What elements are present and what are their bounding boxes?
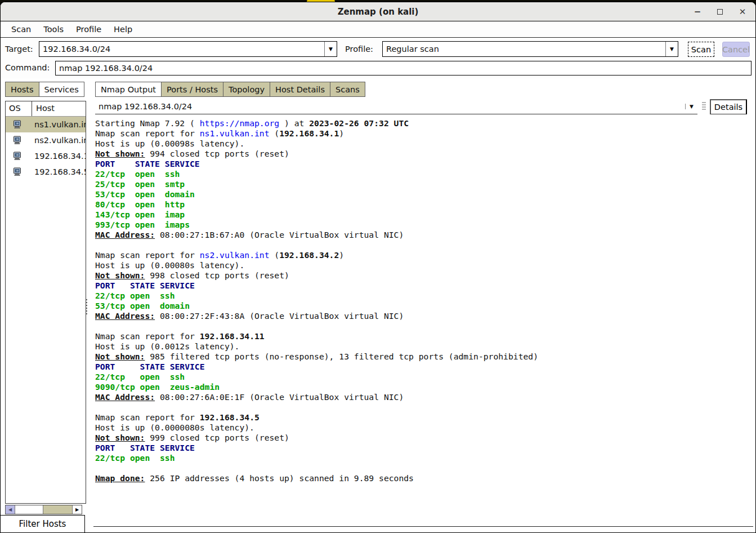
maximize-icon[interactable] bbox=[713, 5, 727, 19]
target-input[interactable]: 192.168.34.0/24 bbox=[39, 45, 324, 54]
profile-combo[interactable]: Regular scan ▼ bbox=[382, 41, 678, 57]
command-label: Command: bbox=[5, 63, 50, 72]
command-input[interactable]: nmap 192.168.34.0/24 bbox=[56, 64, 156, 73]
host-list-item[interactable]: ns1.vulkan.int bbox=[6, 117, 86, 132]
host-computer-icon bbox=[13, 120, 22, 129]
menu-tools[interactable]: Tools bbox=[37, 23, 70, 35]
host-list-item[interactable]: 192.168.34.5 bbox=[6, 164, 86, 180]
tab-host-details[interactable]: Host Details bbox=[270, 82, 330, 97]
cancel-button: Cancel bbox=[722, 42, 750, 57]
minimize-icon[interactable]: − bbox=[690, 5, 705, 19]
zenmap-window: Zenmap (on kali) − ✕ Scan Tools Profile … bbox=[0, 2, 756, 533]
profile-input[interactable]: Regular scan bbox=[383, 45, 665, 54]
tab-hosts[interactable]: Hosts bbox=[5, 82, 39, 97]
profile-label: Profile: bbox=[345, 45, 373, 54]
host-list-item[interactable]: ns2.vulkan.int bbox=[6, 132, 86, 148]
host-list-item[interactable]: 192.168.34.11 bbox=[6, 148, 86, 164]
window-controls: − ✕ bbox=[690, 2, 750, 21]
filter-hosts-button[interactable]: Filter Hosts bbox=[1, 515, 85, 532]
hosts-panel: Hosts Services OS Host ns1.vulkan.intns2… bbox=[1, 78, 91, 532]
toolbar: Target: 192.168.34.0/24 ▼ Profile: Regul… bbox=[1, 38, 755, 78]
window-title: Zenmap (on kali) bbox=[338, 7, 419, 17]
menu-help[interactable]: Help bbox=[108, 23, 138, 35]
tab-topology[interactable]: Topology bbox=[223, 82, 270, 97]
titlebar: Zenmap (on kali) − ✕ bbox=[1, 2, 755, 21]
chevron-down-icon[interactable]: ▼ bbox=[665, 42, 678, 56]
pane-splitter-handle[interactable] bbox=[85, 299, 88, 315]
chevron-down-icon[interactable]: ▼ bbox=[685, 104, 697, 109]
details-button[interactable]: Details bbox=[710, 99, 747, 114]
column-os[interactable]: OS bbox=[6, 101, 32, 116]
host-name: 192.168.34.5 bbox=[34, 167, 86, 176]
scan-output-combo[interactable]: nmap 192.168.34.0/24 ▼ bbox=[95, 99, 697, 114]
scroll-right-icon[interactable]: ▶ bbox=[72, 505, 82, 514]
command-entry[interactable]: nmap 192.168.34.0/24 bbox=[55, 61, 751, 75]
scrollbar-thumb[interactable] bbox=[15, 505, 43, 514]
nmap-output-text[interactable]: Starting Nmap 7.92 ( https://nmap.org ) … bbox=[95, 118, 752, 516]
tab-nmap-output[interactable]: Nmap Output bbox=[95, 82, 162, 97]
host-name: ns1.vulkan.int bbox=[34, 120, 86, 129]
main-area: Hosts Services OS Host ns1.vulkan.intns2… bbox=[1, 78, 755, 532]
host-name: ns2.vulkan.int bbox=[34, 136, 86, 145]
result-tabs: Nmap Output Ports / Hosts Topology Host … bbox=[95, 82, 365, 97]
host-name: 192.168.34.11 bbox=[34, 152, 86, 161]
host-computer-icon bbox=[13, 136, 22, 145]
close-icon[interactable]: ✕ bbox=[735, 5, 750, 19]
target-label: Target: bbox=[5, 45, 33, 54]
scan-output-selected[interactable]: nmap 192.168.34.0/24 bbox=[95, 102, 685, 111]
menu-bar: Scan Tools Profile Help bbox=[1, 21, 755, 38]
results-panel: Nmap Output Ports / Hosts Topology Host … bbox=[91, 78, 755, 532]
horizontal-scrollbar[interactable]: ◀ ▶ bbox=[5, 505, 82, 514]
menu-profile[interactable]: Profile bbox=[70, 23, 108, 35]
bottom-separator bbox=[93, 526, 753, 527]
grip-handle-icon bbox=[702, 102, 706, 111]
column-host[interactable]: Host bbox=[32, 101, 86, 116]
host-rows: ns1.vulkan.intns2.vulkan.int192.168.34.1… bbox=[6, 117, 86, 180]
scroll-left-icon[interactable]: ◀ bbox=[6, 505, 15, 514]
host-list: OS Host ns1.vulkan.intns2.vulkan.int192.… bbox=[5, 101, 86, 504]
host-computer-icon bbox=[13, 152, 22, 161]
tab-scans[interactable]: Scans bbox=[330, 82, 365, 97]
sidebar-tabs: Hosts Services bbox=[5, 82, 84, 97]
chevron-down-icon[interactable]: ▼ bbox=[324, 42, 337, 56]
target-combo[interactable]: 192.168.34.0/24 ▼ bbox=[39, 41, 337, 57]
scan-button[interactable]: Scan bbox=[688, 42, 714, 57]
tab-ports-hosts[interactable]: Ports / Hosts bbox=[162, 82, 223, 97]
output-bar: nmap 192.168.34.0/24 ▼ Details bbox=[95, 99, 747, 114]
tab-services[interactable]: Services bbox=[39, 82, 84, 97]
host-list-header: OS Host bbox=[6, 101, 86, 117]
host-computer-icon bbox=[13, 167, 22, 176]
menu-scan[interactable]: Scan bbox=[5, 23, 37, 35]
